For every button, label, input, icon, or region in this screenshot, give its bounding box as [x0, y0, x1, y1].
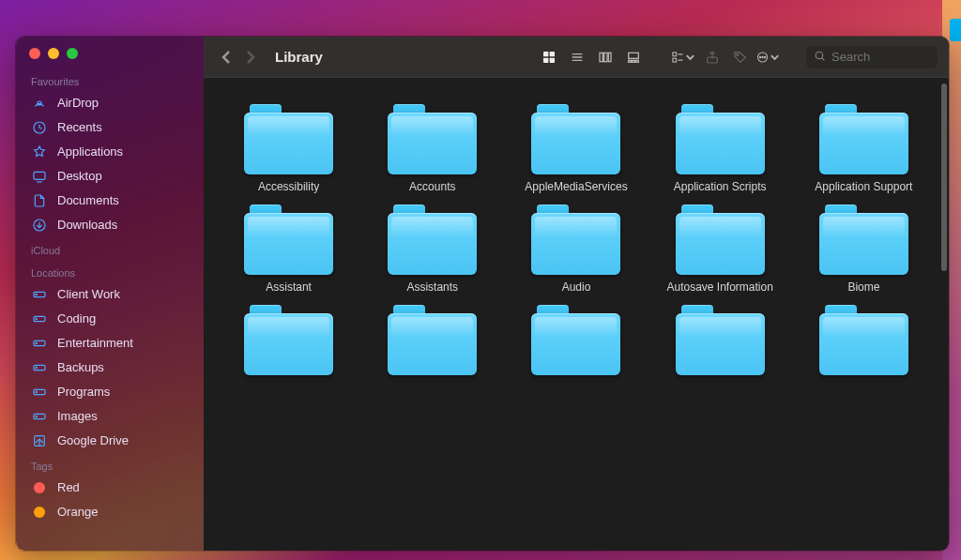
- folder-accessibility[interactable]: Accessibility: [221, 104, 357, 193]
- sidebar-item-orange[interactable]: Orange: [16, 500, 204, 524]
- folder-icon: [676, 204, 765, 275]
- sidebar-item-airdrop[interactable]: AirDrop: [16, 91, 204, 115]
- folder-label: Assistant: [266, 280, 312, 294]
- tag-icon: [31, 479, 48, 496]
- folder-icon: [388, 305, 477, 375]
- sidebar-item-client-work[interactable]: Client Work: [16, 282, 204, 307]
- svg-line-45: [822, 57, 825, 60]
- folder-label: Autosave Information: [666, 280, 772, 294]
- group-by-button[interactable]: [671, 46, 697, 68]
- tag-button[interactable]: [727, 46, 754, 68]
- folder-audio[interactable]: Audio: [508, 204, 644, 294]
- folder-icon: [244, 104, 333, 174]
- forward-button[interactable]: [239, 46, 262, 68]
- content-area[interactable]: AccessibilityAccountsAppleMediaServicesA…: [204, 78, 949, 551]
- folder-icon: [388, 204, 477, 275]
- svg-rect-20: [543, 52, 548, 56]
- folder-application-scripts[interactable]: Application Scripts: [652, 104, 788, 193]
- view-columns-button[interactable]: [592, 46, 618, 68]
- desktop-icon: [31, 168, 48, 185]
- svg-rect-21: [550, 52, 555, 56]
- svg-point-13: [36, 367, 37, 368]
- scrollbar-thumb[interactable]: [941, 83, 947, 271]
- sidebar-item-desktop[interactable]: Desktop: [16, 164, 204, 189]
- sidebar-item-recents[interactable]: Recents: [16, 115, 204, 140]
- folder-icon: [819, 305, 908, 375]
- folder-label: Biome: [847, 280, 879, 294]
- folder-icon: [531, 305, 620, 375]
- folder-item[interactable]: [796, 305, 932, 381]
- svg-point-43: [764, 56, 765, 57]
- folder-assistants[interactable]: Assistants: [364, 204, 500, 294]
- svg-rect-22: [543, 57, 548, 62]
- sidebar-item-programs[interactable]: Programs: [16, 380, 204, 404]
- folder-label: Application Support: [815, 180, 912, 193]
- folder-application-support[interactable]: Application Support: [796, 104, 932, 193]
- view-icons-button[interactable]: [536, 46, 562, 68]
- sidebar-item-label: Recents: [57, 118, 102, 137]
- svg-rect-29: [608, 53, 611, 61]
- sidebar-item-label: Client Work: [57, 285, 120, 304]
- sidebar-item-label: Entertainment: [57, 334, 133, 353]
- finder-window: Favourites AirDropRecentsApplicationsDes…: [15, 36, 950, 552]
- action-menu-button[interactable]: [755, 46, 782, 68]
- svg-rect-34: [673, 53, 677, 56]
- desktop-peek-icon: [950, 19, 961, 41]
- sidebar-item-backups[interactable]: Backups: [16, 356, 204, 380]
- sidebar-item-downloads[interactable]: Downloads: [16, 213, 204, 237]
- drive-icon: [31, 286, 48, 303]
- share-button[interactable]: [699, 46, 725, 68]
- search-icon: [814, 50, 826, 65]
- folder-autosave-information[interactable]: Autosave Information: [652, 204, 788, 294]
- document-icon: [31, 192, 48, 209]
- sidebar-item-google-drive[interactable]: Google Drive: [16, 429, 204, 453]
- folder-biome[interactable]: Biome: [796, 204, 932, 294]
- sidebar-item-label: Documents: [57, 191, 119, 210]
- search-input[interactable]: [831, 50, 930, 64]
- window-title: Library: [275, 49, 323, 65]
- sidebar-section-locations: Locations: [16, 260, 204, 282]
- sidebar-item-applications[interactable]: Applications: [16, 140, 204, 164]
- folder-icon: [244, 204, 333, 275]
- view-list-button[interactable]: [564, 46, 590, 68]
- drive-icon: [31, 335, 48, 352]
- folder-item[interactable]: [652, 305, 788, 381]
- svg-point-42: [762, 56, 763, 57]
- svg-rect-28: [604, 53, 607, 61]
- sidebar-item-coding[interactable]: Coding: [16, 307, 204, 331]
- folder-icon: [676, 305, 765, 375]
- folder-accounts[interactable]: Accounts: [364, 104, 500, 193]
- clock-icon: [31, 119, 48, 136]
- svg-rect-27: [600, 53, 603, 61]
- sidebar-item-label: AirDrop: [57, 94, 99, 113]
- search-field[interactable]: [806, 46, 938, 68]
- back-button[interactable]: [215, 46, 237, 68]
- drive-icon: [31, 384, 48, 401]
- sidebar-item-label: Applications: [57, 143, 123, 161]
- sidebar-section-tags: Tags: [16, 453, 204, 476]
- view-gallery-button[interactable]: [620, 46, 647, 68]
- folder-label: Accessibility: [258, 180, 319, 193]
- sidebar-section-icloud: iCloud: [16, 237, 204, 260]
- folder-item[interactable]: [508, 305, 644, 381]
- apps-icon: [31, 144, 48, 160]
- folder-item[interactable]: [221, 305, 357, 381]
- folder-label: Assistants: [406, 280, 458, 294]
- folder-icon: [531, 204, 620, 275]
- close-button[interactable]: [29, 48, 40, 59]
- folder-applemediaservices[interactable]: AppleMediaServices: [508, 104, 644, 193]
- sidebar-item-label: Desktop: [57, 167, 102, 186]
- drive-icon: [31, 359, 48, 376]
- svg-point-9: [36, 318, 37, 319]
- folder-assistant[interactable]: Assistant: [221, 204, 357, 294]
- fullscreen-button[interactable]: [67, 48, 78, 59]
- svg-point-39: [737, 53, 739, 55]
- sidebar-item-entertainment[interactable]: Entertainment: [16, 331, 204, 356]
- sidebar-item-red[interactable]: Red: [16, 476, 204, 500]
- sidebar-item-label: Images: [57, 407, 98, 426]
- minimize-button[interactable]: [48, 48, 59, 59]
- folder-item[interactable]: [364, 305, 500, 381]
- sidebar-item-images[interactable]: Images: [16, 404, 204, 429]
- sidebar-section-favourites: Favourites: [16, 68, 204, 91]
- sidebar-item-documents[interactable]: Documents: [16, 189, 204, 213]
